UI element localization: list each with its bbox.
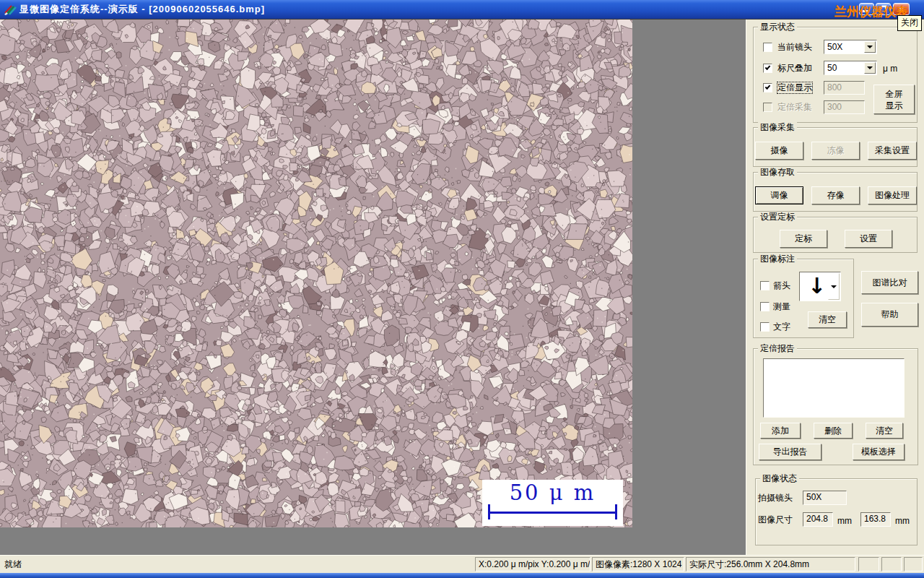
current-lens-value: 50X [827,41,842,53]
close-tooltip: 关闭 [897,15,922,31]
display-status-legend: 显示状态 [758,22,797,32]
measure-checkbox[interactable] [760,302,770,311]
calibration-legend: 设置定标 [758,212,797,222]
settings-button[interactable]: 设置 [845,230,892,248]
application-window: { "titlebar": { "title": "显微图像定倍系统--演示版 … [0,0,924,578]
fixed-display-field: 800 [824,81,865,95]
scale-bar-overlay: 50 μ m [482,480,623,526]
help-button[interactable]: 帮助 [861,303,918,327]
app-icon [4,4,17,16]
ruler-value: 50 [827,62,837,74]
ruler-value-combobox[interactable]: 50 [824,61,877,75]
image-capture-legend: 图像采集 [758,122,797,132]
height-unit-label: mm [895,516,910,527]
micrograph-image[interactable] [0,20,632,527]
report-add-button[interactable]: 添加 [760,423,801,439]
measure-label: 测量 [773,301,790,312]
capture-settings-button[interactable]: 采集设置 [868,142,917,160]
check-icon [765,84,771,90]
status-spare-panel-1 [858,557,879,571]
shoot-lens-label: 拍摄镜头 [758,493,793,504]
report-clear-button[interactable]: 清空 [866,423,903,439]
annotation-clear-button[interactable]: 清空 [808,311,847,328]
image-height-field: 163.8 [860,512,891,527]
scale-bar-tick-right [615,504,617,519]
annotation-legend: 图像标注 [758,254,797,264]
image-process-button[interactable]: 图像处理 [868,186,917,204]
report-legend: 定倍报告 [758,343,797,353]
calibrate-button[interactable]: 定标 [780,230,827,248]
window-bottom-border [0,573,924,578]
arrow-label: 箭头 [773,280,790,291]
image-storage-legend: 图像存取 [758,167,797,177]
report-delete-button[interactable]: 删除 [814,423,853,439]
window-title: 显微图像定倍系统--演示版 - [20090602055646.bmp] [19,0,265,19]
ruler-overlay-checkbox[interactable] [763,64,772,73]
scale-bar-line [489,512,616,514]
width-unit-label: mm [837,516,852,527]
current-lens-dropdown-button[interactable] [864,41,876,53]
load-image-button[interactable]: 调像 [755,186,803,204]
status-pixels: 图像像素:1280 X 1024 [592,557,684,571]
scale-bar-tick-left [488,504,490,519]
ruler-dropdown-button[interactable] [864,62,876,74]
report-listbox[interactable] [763,358,905,418]
text-label: 文字 [773,322,790,332]
status-ready: 就绪 [1,557,470,571]
shoot-button[interactable]: 摄像 [755,142,803,160]
title-bar: 显微图像定倍系统--演示版 - [20090602055646.bmp] 兰州仪… [0,0,924,20]
arrow-style-combobox[interactable]: ↓ [799,272,841,301]
image-status-group: 图像状态 [755,478,918,545]
current-lens-label: 当前镜头 [777,42,812,53]
chevron-down-icon [867,46,873,48]
ruler-unit-label: μ m [883,64,897,74]
status-actual-size: 实际尺寸:256.0mm X 204.8mm [686,557,855,571]
arrow-checkbox[interactable] [760,281,770,290]
image-size-label: 图像尺寸 [758,514,793,525]
text-checkbox[interactable] [760,322,770,332]
current-lens-checkbox[interactable] [763,43,772,52]
chevron-down-icon [831,285,837,288]
down-arrow-icon: ↓ [808,273,826,299]
save-image-button[interactable]: 存像 [811,186,860,204]
shoot-lens-field: 50X [803,491,847,505]
status-spare-panel-3 [904,557,923,571]
status-bar: 就绪 X:0.200 μ m/pix Y:0.200 μ m/pix 图像像素:… [0,555,924,573]
image-status-legend: 图像状态 [760,473,799,483]
freeze-button: 冻像 [811,142,860,160]
status-resolution: X:0.200 μ m/pix Y:0.200 μ m/pix [475,557,590,571]
arrow-style-dropdown-button[interactable] [828,273,840,300]
fixed-capture-checkbox [763,103,772,112]
atlas-compare-button[interactable]: 图谱比对 [861,271,918,294]
fullscreen-button[interactable]: 全屏显示 [873,85,915,114]
ruler-overlay-label: 标尺叠加 [777,63,812,74]
current-lens-combobox[interactable]: 50X [824,40,877,54]
fixed-capture-field: 300 [824,100,865,114]
calibration-group: 设置定标 [753,217,918,253]
fixed-display-label: 定倍显示 [777,82,812,93]
status-spare-panel-2 [881,557,902,571]
image-width-field: 204.8 [803,512,833,527]
fixed-display-checkbox[interactable] [763,83,772,92]
export-report-button[interactable]: 导出报告 [759,444,821,460]
scale-bar-label: 50 μ m [482,480,623,505]
chevron-down-icon [867,66,873,69]
template-select-button[interactable]: 模板选择 [853,444,905,460]
check-icon [765,64,771,70]
fixed-capture-label: 定倍采集 [777,102,812,113]
